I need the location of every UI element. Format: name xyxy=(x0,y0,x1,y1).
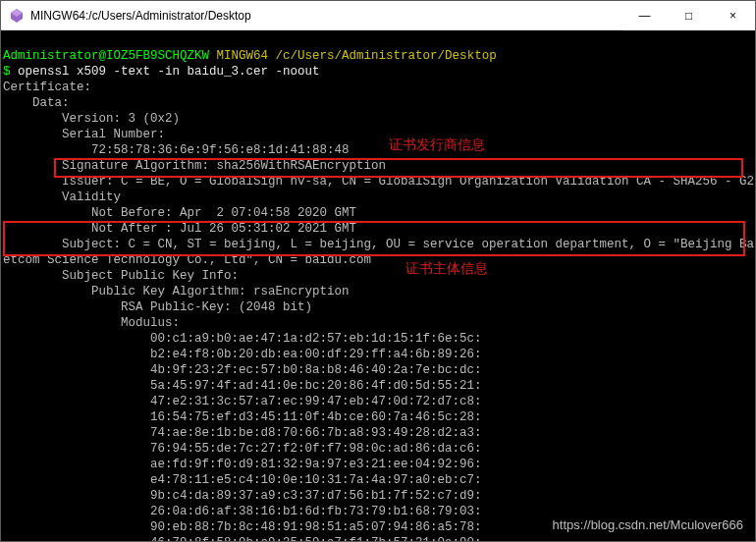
out-modulus: 76:94:55:de:7c:27:f2:0f:f7:98:0c:ad:86:d… xyxy=(3,442,482,456)
out-modulus: b2:e4:f8:0b:20:db:ea:00:df:29:ff:a4:6b:8… xyxy=(3,348,482,361)
out-line: Subject Public Key Info: xyxy=(3,269,239,283)
maximize-button[interactable]: □ xyxy=(667,1,711,30)
out-issuer: Issuer: C = BE, O = GlobalSign nv-sa, CN… xyxy=(3,175,754,189)
out-modulus: 74:ae:8e:1b:be:d8:70:66:7b:a8:93:49:28:d… xyxy=(3,426,482,440)
out-line: Certificate: xyxy=(3,81,91,94)
out-line: Serial Number: xyxy=(3,128,165,141)
out-modulus: 4b:9f:23:2f:ec:57:b0:8a:b8:46:40:2a:7e:b… xyxy=(3,363,482,377)
out-line: Public Key Algorithm: rsaEncryption xyxy=(3,285,350,298)
command-text: openssl x509 -text -in baidu_3.cer -noou… xyxy=(18,65,320,79)
terminal[interactable]: Administrator@IOZ5FB9SCHQZKW MINGW64 /c/… xyxy=(1,30,755,541)
out-modulus: 47:e2:31:3c:57:a7:ec:99:47:eb:47:0d:72:d… xyxy=(3,395,482,408)
out-modulus: e4:78:11:e5:c4:10:0e:10:31:7a:4a:97:a0:e… xyxy=(3,473,482,487)
window-title: MINGW64:/c/Users/Administrator/Desktop xyxy=(30,9,622,23)
out-modulus: 00:c1:a9:b0:ae:47:1a:d2:57:eb:1d:15:1f:6… xyxy=(3,332,482,346)
out-modulus: 46:79:8f:58:9b:e9:35:59:a7:f1:7b:57:31:0… xyxy=(3,536,482,541)
app-icon xyxy=(9,8,25,24)
out-line: Modulus: xyxy=(3,316,180,330)
out-line: Data: xyxy=(3,96,70,110)
prompt-env: MINGW64 xyxy=(217,49,269,63)
out-modulus: 9b:c4:da:89:37:a9:c3:37:d7:56:b1:7f:52:c… xyxy=(3,489,482,503)
out-line: Not After : Jul 26 05:31:02 2021 GMT xyxy=(3,222,356,236)
prompt-userhost: Administrator@IOZ5FB9SCHQZKW xyxy=(3,49,209,63)
out-modulus: 26:0a:d6:af:38:16:b1:6d:fb:73:79:b1:68:7… xyxy=(3,505,482,518)
window-frame: MINGW64:/c/Users/Administrator/Desktop —… xyxy=(0,0,756,542)
out-line: 72:58:78:36:6e:9f:56:e8:1d:41:88:48 xyxy=(3,143,350,157)
title-bar[interactable]: MINGW64:/c/Users/Administrator/Desktop —… xyxy=(1,1,755,30)
out-modulus: 16:54:75:ef:d3:45:11:0f:4b:ce:60:7a:46:5… xyxy=(3,410,482,424)
prompt-symbol: $ xyxy=(3,65,18,79)
annotation-label-subject: 证书主体信息 xyxy=(405,260,488,276)
out-line: Signature Algorithm: sha256WithRSAEncryp… xyxy=(3,159,386,173)
annotation-label-issuer: 证书发行商信息 xyxy=(389,136,485,152)
out-subject-a: Subject: C = CN, ST = beijing, L = beiji… xyxy=(3,238,755,251)
out-modulus: ae:fd:9f:f0:d9:81:32:9a:97:e3:21:ee:04:9… xyxy=(3,458,482,471)
minimize-button[interactable]: — xyxy=(622,1,667,30)
out-subject-b: etcom Science Technology Co., Ltd", CN =… xyxy=(3,253,371,267)
out-modulus: 90:eb:88:7b:8c:48:91:98:51:a5:07:94:86:a… xyxy=(3,520,482,534)
prompt-cwd: /c/Users/Administrator/Desktop xyxy=(276,49,497,63)
out-line: RSA Public-Key: (2048 bit) xyxy=(3,300,312,314)
watermark: https://blog.csdn.net/Mculover666 xyxy=(553,517,743,533)
window-controls: — □ × xyxy=(622,1,755,29)
out-modulus: 5a:45:97:4f:ad:41:0e:bc:20:86:4f:d0:5d:5… xyxy=(3,379,482,393)
out-line: Validity xyxy=(3,190,121,204)
out-line: Version: 3 (0x2) xyxy=(3,112,180,126)
out-line: Not Before: Apr 2 07:04:58 2020 GMT xyxy=(3,206,356,220)
close-button[interactable]: × xyxy=(711,1,755,30)
